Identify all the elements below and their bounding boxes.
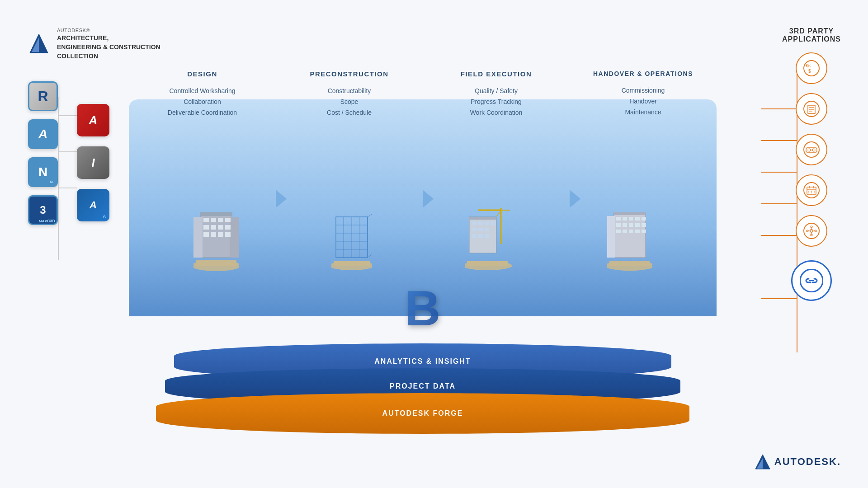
svg-rect-16	[218, 232, 223, 237]
svg-rect-36	[469, 217, 496, 220]
drum-forge: AUTODESK FORGE	[156, 393, 689, 434]
svg-rect-6	[203, 218, 209, 222]
phase-field-items: Quality / SafetyProgress TrackingWork Co…	[470, 86, 523, 118]
third-party-icons: €£ $	[782, 52, 841, 301]
building-handover	[607, 208, 652, 271]
svg-rect-48	[467, 261, 508, 266]
svg-rect-42	[478, 228, 483, 231]
buildings-row	[129, 199, 717, 271]
svg-rect-7	[211, 218, 216, 222]
svg-rect-30	[334, 261, 370, 266]
building-field	[465, 199, 514, 271]
project-data-label: PROJECT DATA	[390, 382, 456, 390]
product-icon-revit: R	[28, 81, 58, 111]
forge-label: AUTODESK FORGE	[382, 409, 463, 418]
connector-h2	[58, 151, 77, 152]
svg-rect-5	[230, 217, 239, 258]
svg-rect-39	[485, 221, 489, 225]
svg-text:$: $	[808, 69, 811, 74]
svg-rect-40	[491, 221, 495, 225]
analytics-label: ANALYTICS & INSIGHT	[374, 357, 471, 366]
tp-icon-link	[791, 260, 832, 301]
svg-rect-54	[629, 217, 633, 221]
connector-h3	[58, 188, 77, 188]
svg-rect-3	[200, 212, 232, 216]
phase-design-items: Controlled WorksharingCollaborationDeliv…	[168, 86, 237, 118]
svg-rect-57	[616, 223, 621, 227]
tp-icon-document	[796, 93, 827, 125]
phase-preconstruction-title: PRECONSTRUCTION	[310, 70, 388, 78]
svg-rect-15	[211, 232, 216, 237]
phase-preconstruction-items: ConstructabilityScopeCost / Schedule	[327, 86, 372, 118]
svg-rect-59	[629, 223, 633, 227]
svg-rect-63	[623, 230, 627, 233]
svg-rect-11	[211, 225, 216, 230]
logo-text: AUTODESK® ARCHITECTURE,ENGINEERING & CON…	[57, 27, 160, 61]
svg-rect-60	[635, 223, 640, 227]
autodesk-watermark: AUTODESK.	[755, 454, 841, 470]
svg-rect-8	[218, 218, 223, 222]
svg-rect-45	[478, 234, 483, 238]
svg-rect-12	[218, 225, 223, 230]
svg-point-95	[810, 230, 813, 232]
phase-field-execution: FIELD EXECUTION Quality / SafetyProgress…	[423, 63, 570, 118]
secondary-icon-inventor: I	[77, 146, 109, 179]
building-design	[193, 208, 239, 271]
svg-rect-66	[642, 230, 646, 233]
product-icon-autocad: A C3D	[28, 119, 58, 149]
secondary-icons: A I A S	[77, 104, 109, 221]
phase-design-title: DESIGN	[187, 70, 217, 78]
tp-icon-vr	[796, 134, 827, 165]
secondary-icon-alias: A S	[77, 189, 109, 221]
svg-point-89	[811, 191, 812, 192]
svg-rect-50	[614, 212, 646, 215]
svg-point-73	[804, 101, 819, 117]
svg-rect-13	[225, 225, 231, 230]
connector-line	[58, 97, 59, 260]
svg-rect-9	[225, 218, 231, 222]
svg-rect-64	[629, 230, 633, 233]
third-party-title: 3RD PARTYAPPLICATIONS	[782, 27, 841, 43]
main-diagram: DESIGN Controlled WorksharingCollaborati…	[129, 63, 717, 434]
svg-rect-58	[623, 223, 627, 227]
phase-handover-title: HANDOVER & OPERATIONS	[593, 70, 693, 77]
tp-icon-calendar	[796, 174, 827, 206]
svg-rect-4	[193, 217, 203, 258]
svg-rect-68	[609, 261, 650, 266]
product-icon-navisworks: N M	[28, 157, 58, 187]
svg-point-88	[808, 191, 809, 192]
svg-rect-62	[616, 230, 621, 233]
svg-rect-14	[203, 232, 209, 237]
connector-h1	[58, 115, 77, 116]
secondary-icon-autocad: A	[77, 104, 109, 136]
autodesk-watermark-text: AUTODESK.	[774, 456, 841, 468]
svg-point-93	[814, 192, 815, 193]
svg-text:B: B	[405, 280, 440, 334]
svg-marker-1	[32, 38, 39, 52]
svg-rect-53	[623, 217, 627, 221]
tp-icon-finance: €£ $	[796, 52, 827, 84]
tp-icon-drone	[796, 215, 827, 247]
svg-point-90	[814, 191, 815, 192]
phases-container: DESIGN Controlled WorksharingCollaborati…	[129, 63, 717, 118]
autodesk-triangle-icon	[755, 454, 771, 470]
svg-rect-41	[472, 228, 476, 231]
phase-handover: HANDOVER & OPERATIONS CommissioningHando…	[570, 63, 717, 118]
phase-design: DESIGN Controlled WorksharingCollaborati…	[129, 63, 276, 118]
building-preconstruction	[331, 212, 372, 271]
svg-point-80	[808, 149, 811, 151]
svg-point-92	[811, 192, 812, 193]
svg-text:€£: €£	[806, 63, 811, 68]
phase-field-title: FIELD EXECUTION	[461, 70, 532, 78]
third-party-section: 3RD PARTYAPPLICATIONS €£ $	[782, 27, 841, 301]
svg-point-94	[804, 223, 819, 239]
phase-preconstruction: PRECONSTRUCTION ConstructabilityScopeCos…	[276, 63, 423, 118]
svg-rect-52	[616, 217, 621, 221]
svg-rect-51	[607, 216, 615, 258]
svg-rect-43	[485, 228, 489, 231]
svg-marker-28	[368, 212, 372, 258]
svg-rect-19	[196, 260, 236, 266]
svg-rect-65	[635, 230, 640, 233]
autodesk-logo-icon	[27, 32, 51, 56]
svg-rect-44	[472, 234, 476, 238]
